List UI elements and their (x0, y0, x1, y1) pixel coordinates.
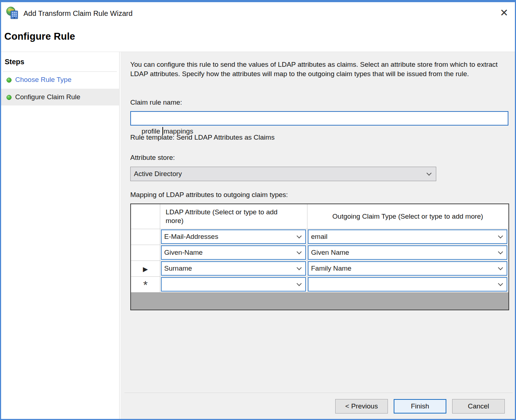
green-dot-icon (6, 95, 12, 100)
step-label: Choose Rule Type (15, 76, 71, 84)
close-button[interactable]: ✕ (496, 6, 512, 20)
dropdown-value: Given-Name (164, 249, 203, 256)
claim-rule-name-input[interactable]: profile mappings (130, 111, 508, 126)
outgoing-claim-dropdown-new-row[interactable] (308, 277, 507, 292)
rule-template-text: Rule template: Send LDAP Attributes as C… (130, 134, 275, 141)
attribute-store-dropdown[interactable]: Active Directory (130, 167, 436, 181)
green-dot-icon (6, 78, 12, 83)
outgoing-claim-dropdown-row-1[interactable]: email (308, 229, 507, 244)
dropdown-value: Surname (164, 264, 192, 272)
ldap-attribute-dropdown-row-1[interactable]: E-Mail-Addresses (161, 229, 306, 244)
page-title: Configure Rule (4, 31, 75, 42)
mapping-label: Mapping of LDAP attributes to outgoing c… (130, 191, 288, 199)
previous-button[interactable]: < Previous (335, 399, 388, 414)
step-label: Configure Claim Rule (15, 93, 80, 101)
chevron-down-icon (297, 249, 302, 254)
chevron-down-icon (498, 265, 503, 270)
dropdown-value: email (311, 233, 327, 240)
footer-divider (124, 393, 513, 393)
chevron-down-icon (498, 281, 503, 286)
grid-row-divider (131, 245, 508, 245)
cancel-button[interactable]: Cancel (452, 399, 505, 414)
window-title: Add Transform Claim Rule Wizard (23, 9, 132, 18)
ldap-attribute-dropdown-row-3[interactable]: Surname (161, 261, 306, 276)
dropdown-value: E-Mail-Addresses (164, 233, 218, 240)
attribute-store-label: Attribute store: (130, 154, 175, 162)
chevron-down-icon (498, 249, 503, 254)
grid-row-divider (131, 229, 508, 229)
wizard-window: Add Transform Claim Rule Wizard ✕ Config… (0, 0, 516, 420)
grid-empty-area (131, 292, 508, 310)
grid-row-divider (131, 261, 508, 261)
column-header-outgoing-claim-type: Outgoing Claim Type (Select or type to a… (307, 212, 508, 221)
chevron-down-icon (297, 233, 302, 239)
outgoing-claim-dropdown-row-3[interactable]: Family Name (308, 261, 507, 276)
dropdown-value: Family Name (311, 264, 351, 272)
column-header-ldap-attribute: LDAP Attribute (Select or type to add mo… (166, 208, 285, 225)
steps-sidebar: Steps Choose Rule Type Configure Claim R… (1, 52, 120, 420)
sidebar-item-configure-claim-rule[interactable]: Configure Claim Rule (1, 89, 119, 105)
chevron-down-icon (297, 281, 302, 286)
chevron-down-icon (498, 233, 503, 239)
dropdown-value: Given Name (311, 249, 349, 256)
rule-description: You can configure this rule to send the … (130, 60, 510, 79)
mapping-grid: LDAP Attribute (Select or type to add mo… (130, 204, 509, 310)
outgoing-claim-dropdown-row-2[interactable]: Given Name (308, 245, 507, 260)
attribute-store-value: Active Directory (134, 170, 182, 178)
ldap-attribute-dropdown-new-row[interactable] (161, 277, 306, 292)
sidebar-item-choose-rule-type[interactable]: Choose Rule Type (1, 72, 119, 88)
chevron-down-icon (427, 171, 432, 176)
chevron-down-icon (297, 265, 302, 270)
current-row-indicator-icon: ▶ (131, 263, 160, 276)
finish-button[interactable]: Finish (394, 399, 446, 414)
steps-heading: Steps (5, 58, 24, 66)
grid-column-divider (160, 204, 160, 292)
adfs-wizard-icon (6, 6, 20, 20)
claim-rule-name-label: Claim rule name: (130, 99, 182, 106)
new-row-indicator-icon: * (131, 275, 160, 295)
grid-row-divider (131, 276, 508, 277)
ldap-attribute-dropdown-row-2[interactable]: Given-Name (161, 245, 306, 260)
